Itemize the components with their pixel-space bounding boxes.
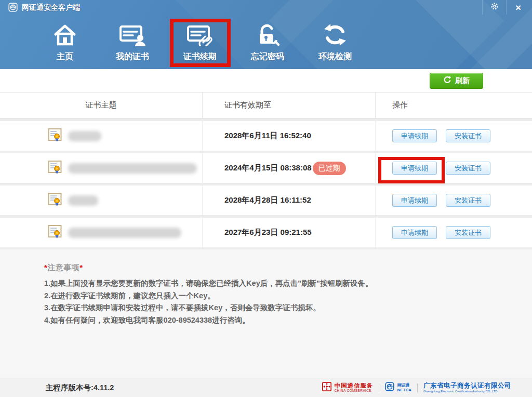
main-nav: 主页 我的证书 <box>35 19 373 67</box>
install-cert-button[interactable]: 安装证书 <box>446 194 490 207</box>
table-row: 2024年4月15日 08:38:08 已过期 申请续期 安装证书 <box>0 153 532 183</box>
table-header: 证书主题 证书有效期至 操作 <box>0 92 532 118</box>
table-row: 2028年6月11日 16:52:40 申请续期 安装证书 <box>0 121 532 151</box>
cert-expiry-cell: 2027年6月23日 09:21:55 <box>203 218 376 247</box>
china-comservice-en: CHINA COMSERVICE <box>334 389 373 393</box>
certificate-table: 证书主题 证书有效期至 操作 <box>0 92 532 250</box>
certificate-icon <box>48 192 62 208</box>
cert-expiry-cell: 2028年4月28日 16:11:52 <box>203 186 376 215</box>
expiry-date: 2028年6月11日 16:52:40 <box>224 131 311 141</box>
app-title: 网证通安全客户端 <box>22 0 80 15</box>
netca-logo: 网证通 NETCA <box>385 382 411 393</box>
lock-wrench-icon <box>255 20 281 49</box>
cert-subject-cell <box>0 121 203 151</box>
install-cert-button[interactable]: 安装证书 <box>446 162 490 175</box>
cert-actions-cell: 申请续期 安装证书 <box>376 153 532 183</box>
cert-subject-cell <box>0 218 203 247</box>
note-line: 4.如有任何疑问，欢迎致电我司客服020-89524338进行咨询。 <box>44 314 511 327</box>
refresh-button[interactable]: 刷新 <box>430 73 483 89</box>
redacted-subject <box>68 163 197 174</box>
logo-divider <box>417 383 418 392</box>
logo-divider <box>379 383 379 392</box>
install-cert-button[interactable]: 安装证书 <box>446 129 490 142</box>
apply-renewal-button[interactable]: 申请续期 <box>392 129 437 142</box>
tab-label: 忘记密码 <box>251 51 284 62</box>
note-line: 1.如果上面没有显示您要更新的数字证书，请确保您已经插入Key后，再点击"刷新"… <box>44 277 511 290</box>
notes-section: *注意事项* 1.如果上面没有显示您要更新的数字证书，请确保您已经插入Key后，… <box>0 249 532 378</box>
column-header-expiry: 证书有效期至 <box>203 92 376 118</box>
app-logo-icon <box>8 3 18 12</box>
close-icon: × <box>515 3 521 12</box>
cert-subject-cell <box>0 186 203 215</box>
refresh-icon <box>443 76 451 86</box>
table-body: 2028年6月11日 16:52:40 申请续期 安装证书 <box>0 118 532 247</box>
title-bar: 网证通安全客户端 × <box>0 0 532 15</box>
cert-actions-cell: 申请续期 安装证书 <box>376 186 532 215</box>
tab-label: 我的证书 <box>116 51 149 62</box>
redacted-subject <box>68 228 181 238</box>
required-asterisk: * <box>79 263 83 272</box>
toolbar: 刷新 <box>0 69 532 92</box>
tab-home[interactable]: 主页 <box>35 19 95 67</box>
tab-forgot-password[interactable]: 忘记密码 <box>237 19 298 67</box>
certificate-icon <box>48 160 62 176</box>
gdca-company-cn: 广东省电子商务认证有限公司 <box>423 382 511 389</box>
note-line: 3.在数字证书续期申请和安装过程中，请不要插拔Key，否则会导致数字证书损坏。 <box>44 302 511 314</box>
card-paperclip-icon <box>187 20 214 49</box>
notes-title: *注意事项* <box>44 263 511 273</box>
tab-label: 主页 <box>57 51 73 62</box>
gear-icon <box>490 2 499 12</box>
certificate-icon <box>48 128 62 144</box>
column-header-actions: 操作 <box>376 92 532 118</box>
expired-badge: 已过期 <box>313 162 346 175</box>
gdca-company-en: Guangdong Electronic Certification Autho… <box>423 389 511 393</box>
note-line: 2.在进行数字证书续期前，建议您只插入一个Key。 <box>44 290 511 302</box>
table-row: 2027年6月23日 09:21:55 申请续期 安装证书 <box>0 218 532 247</box>
footer-logos: 中国通信服务 CHINA COMSERVICE 网证通 NETCA <box>322 382 511 393</box>
tab-environment-check[interactable]: 环境检测 <box>305 19 365 67</box>
redacted-subject <box>68 131 101 141</box>
column-header-subject: 证书主题 <box>0 92 203 118</box>
china-comservice-cn: 中国通信服务 <box>334 382 373 389</box>
certificate-icon <box>48 224 62 241</box>
cert-expiry-cell: 2024年4月15日 08:38:08 已过期 <box>203 153 376 183</box>
card-user-icon <box>119 20 146 49</box>
footer: 主程序版本号:4.11.2 中国通信服务 CHINA COMSERVICE <box>0 378 532 397</box>
tab-my-certificates[interactable]: 我的证书 <box>102 19 163 67</box>
version-label: 主程序版本号:4.11.2 <box>46 383 114 393</box>
netca-cn: 网证通 <box>397 383 411 388</box>
app-header: 网证通安全客户端 × <box>0 0 532 69</box>
cert-expiry-cell: 2028年6月11日 16:52:40 <box>203 121 376 151</box>
settings-button[interactable] <box>482 0 506 15</box>
netca-icon <box>385 382 394 393</box>
home-icon <box>52 20 77 49</box>
close-button[interactable]: × <box>506 0 530 15</box>
tab-label: 证书续期 <box>183 51 217 62</box>
refresh-label: 刷新 <box>455 76 470 86</box>
expiry-date: 2024年4月15日 08:38:08 <box>224 163 312 173</box>
gdca-logo: 广东省电子商务认证有限公司 Guangdong Electronic Certi… <box>423 382 511 393</box>
apply-renewal-button[interactable]: 申请续期 <box>392 194 437 207</box>
tab-label: 环境检测 <box>318 51 352 62</box>
sync-arrows-icon <box>323 20 348 49</box>
apply-renewal-button[interactable]: 申请续期 <box>392 162 437 175</box>
app-window: 网证通安全客户端 × <box>0 0 532 397</box>
window-controls: × <box>482 0 530 15</box>
china-comservice-logo: 中国通信服务 CHINA COMSERVICE <box>322 382 373 393</box>
netca-en: NETCA <box>397 388 411 392</box>
tab-certificate-renewal[interactable]: 证书续期 <box>170 19 230 67</box>
cert-actions-cell: 申请续期 安装证书 <box>376 218 532 247</box>
table-row: 2028年4月28日 16:11:52 申请续期 安装证书 <box>0 186 532 215</box>
redacted-subject <box>68 195 98 206</box>
install-cert-button[interactable]: 安装证书 <box>446 226 490 239</box>
cert-subject-cell <box>0 153 203 183</box>
apply-renewal-button[interactable]: 申请续期 <box>392 226 437 239</box>
china-comservice-icon <box>322 382 331 393</box>
expiry-date: 2028年4月28日 16:11:52 <box>224 195 311 205</box>
expiry-date: 2027年6月23日 09:21:55 <box>224 228 312 237</box>
cert-actions-cell: 申请续期 安装证书 <box>376 121 532 151</box>
